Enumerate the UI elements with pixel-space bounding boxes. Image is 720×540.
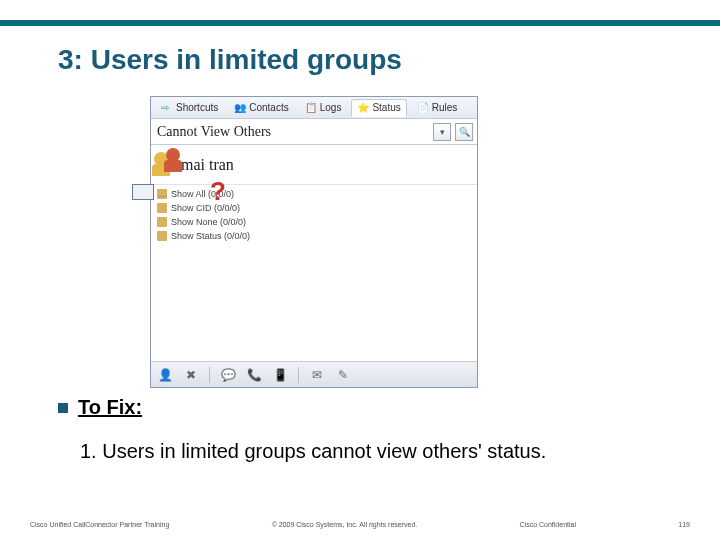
tab-label: Shortcuts	[176, 102, 218, 113]
user-row[interactable]: mai tran	[151, 145, 477, 185]
footer-confidential: Cisco Confidential	[520, 521, 576, 528]
add-user-icon[interactable]: 👤	[157, 367, 173, 383]
shortcuts-icon	[161, 102, 173, 114]
bullet-row: To Fix:	[58, 396, 142, 419]
bullet-section: To Fix:	[58, 396, 142, 419]
question-mark-icon	[210, 176, 230, 204]
remove-user-icon[interactable]: ✖	[183, 367, 199, 383]
search-bar: ▾ 🔍	[151, 119, 477, 145]
bullet-square-icon	[58, 403, 68, 413]
rules-icon	[417, 102, 429, 114]
mini-window-icon	[132, 184, 154, 200]
ellipsis-icon: …	[158, 188, 170, 199]
search-icon: 🔍	[459, 127, 470, 137]
folder-icon	[157, 217, 167, 227]
tab-logs[interactable]: Logs	[299, 99, 348, 117]
tab-shortcuts[interactable]: Shortcuts	[155, 99, 224, 117]
tree-item[interactable]: Show Status (0/0/0)	[157, 229, 471, 243]
slide-top-accent	[0, 0, 720, 26]
folder-icon	[157, 203, 167, 213]
people-illustration	[152, 148, 192, 178]
compose-icon[interactable]: ✎	[335, 367, 351, 383]
to-fix-heading: To Fix:	[78, 396, 142, 419]
tree-label: Show Status (0/0/0)	[171, 229, 250, 243]
folder-icon	[157, 231, 167, 241]
bottom-toolbar: 👤 ✖ 💬 📞 📱 ✉ ✎	[151, 361, 477, 387]
separator	[209, 367, 210, 383]
search-go-button[interactable]: 🔍	[455, 123, 473, 141]
group-tree: Show All (0/0/0) Show CID (0/0/0) Show N…	[151, 185, 477, 249]
footer-left: Cisco Unified CallConnector Partner Trai…	[30, 521, 169, 528]
content-area	[151, 249, 477, 361]
tab-contacts[interactable]: Contacts	[228, 99, 294, 117]
slide-title: 3: Users in limited groups	[0, 26, 720, 88]
tab-label: Contacts	[249, 102, 288, 113]
tab-label: Status	[372, 102, 400, 113]
tab-label: Logs	[320, 102, 342, 113]
footer-copyright: © 2009 Cisco Systems, Inc. All rights re…	[272, 521, 418, 528]
tab-rules[interactable]: Rules	[411, 99, 464, 117]
tree-item[interactable]: Show CID (0/0/0)	[157, 201, 471, 215]
app-screenshot: Shortcuts Contacts Logs Status Rules	[150, 96, 480, 388]
mobile-icon[interactable]: 📱	[272, 367, 288, 383]
contacts-icon	[234, 102, 246, 114]
chat-icon[interactable]: 💬	[220, 367, 236, 383]
page-number: 119	[678, 521, 690, 528]
tab-bar: Shortcuts Contacts Logs Status Rules	[151, 97, 477, 119]
logs-icon	[305, 102, 317, 114]
phone-icon[interactable]: 📞	[246, 367, 262, 383]
separator	[298, 367, 299, 383]
mail-icon[interactable]: ✉	[309, 367, 325, 383]
chevron-down-icon: ▾	[440, 127, 445, 137]
tree-item[interactable]: Show All (0/0/0)	[157, 187, 471, 201]
tab-label: Rules	[432, 102, 458, 113]
footer: Cisco Unified CallConnector Partner Trai…	[0, 521, 720, 528]
tab-status[interactable]: Status	[351, 99, 406, 117]
app-window: Shortcuts Contacts Logs Status Rules	[150, 96, 478, 388]
people-icon	[152, 148, 192, 178]
status-icon	[357, 102, 369, 114]
tree-label: Show None (0/0/0)	[171, 215, 246, 229]
search-input[interactable]	[155, 124, 429, 140]
search-dropdown-button[interactable]: ▾	[433, 123, 451, 141]
tree-item[interactable]: Show None (0/0/0)	[157, 215, 471, 229]
body-text: 1. Users in limited groups cannot view o…	[80, 440, 546, 463]
